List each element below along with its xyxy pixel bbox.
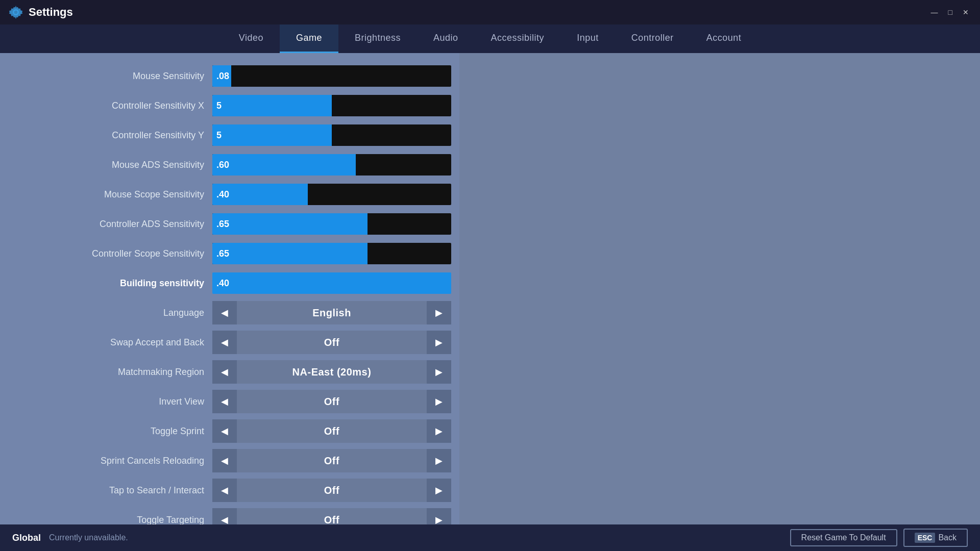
nav-video[interactable]: Video bbox=[223, 24, 280, 53]
tap-to-search-row: Tap to Search / Interact ◀ Off ▶ bbox=[0, 475, 459, 505]
invert-view-value: Off bbox=[237, 390, 427, 413]
controller-scope-sensitivity-fill: .65 bbox=[212, 243, 368, 264]
language-next-button[interactable]: ▶ bbox=[427, 301, 451, 324]
controller-sensitivity-x-label: Controller Sensitivity X bbox=[8, 101, 212, 111]
close-button[interactable]: ✕ bbox=[960, 7, 972, 17]
nav-audio[interactable]: Audio bbox=[417, 24, 475, 53]
matchmaking-region-label: Matchmaking Region bbox=[8, 367, 212, 378]
controller-sensitivity-x-slider[interactable]: 5 bbox=[212, 95, 451, 116]
toggle-sprint-next-button[interactable]: ▶ bbox=[427, 419, 451, 443]
nav-controller[interactable]: Controller bbox=[615, 24, 690, 53]
matchmaking-region-row: Matchmaking Region ◀ NA-East (20ms) ▶ bbox=[0, 357, 459, 387]
mouse-sensitivity-row: Mouse Sensitivity .08 bbox=[0, 61, 459, 91]
swap-accept-back-prev-button[interactable]: ◀ bbox=[212, 331, 237, 354]
status-global: Global bbox=[12, 533, 41, 543]
building-sensitivity-fill: .40 bbox=[212, 272, 451, 294]
sprint-cancels-reloading-label: Sprint Cancels Reloading bbox=[8, 456, 212, 466]
reset-default-button[interactable]: Reset Game To Default bbox=[790, 529, 897, 546]
swap-accept-back-label: Swap Accept and Back bbox=[8, 337, 212, 348]
mouse-scope-sensitivity-row: Mouse Scope Sensitivity .40 bbox=[0, 180, 459, 209]
matchmaking-region-value: NA-East (20ms) bbox=[237, 360, 427, 384]
swap-accept-back-next-button[interactable]: ▶ bbox=[427, 331, 451, 354]
tap-to-search-prev-button[interactable]: ◀ bbox=[212, 479, 237, 502]
building-sensitivity-value: .40 bbox=[216, 278, 229, 289]
nav-input[interactable]: Input bbox=[560, 24, 615, 53]
app-title: Settings bbox=[29, 6, 73, 19]
mouse-sensitivity-fill: .08 bbox=[212, 65, 231, 87]
controller-sensitivity-y-value: 5 bbox=[216, 130, 222, 141]
controller-ads-sensitivity-slider[interactable]: .65 bbox=[212, 213, 451, 235]
toggle-targeting-select: ◀ Off ▶ bbox=[212, 508, 451, 524]
toggle-targeting-row: Toggle Targeting ◀ Off ▶ bbox=[0, 505, 459, 524]
title-bar: Settings — □ ✕ bbox=[0, 0, 980, 24]
back-button[interactable]: ESC Back bbox=[903, 529, 968, 547]
status-actions: Reset Game To Default ESC Back bbox=[790, 529, 968, 547]
mouse-ads-sensitivity-row: Mouse ADS Sensitivity .60 bbox=[0, 150, 459, 180]
language-prev-button[interactable]: ◀ bbox=[212, 301, 237, 324]
tap-to-search-select: ◀ Off ▶ bbox=[212, 479, 451, 502]
controller-sensitivity-y-label: Controller Sensitivity Y bbox=[8, 130, 212, 141]
mouse-sensitivity-value: .08 bbox=[216, 71, 229, 82]
swap-accept-back-value: Off bbox=[237, 331, 427, 354]
maximize-button[interactable]: □ bbox=[945, 7, 955, 17]
nav-bar: Video Game Brightness Audio Accessibilit… bbox=[0, 24, 980, 53]
invert-view-row: Invert View ◀ Off ▶ bbox=[0, 387, 459, 416]
matchmaking-region-prev-button[interactable]: ◀ bbox=[212, 360, 237, 384]
mouse-ads-sensitivity-label: Mouse ADS Sensitivity bbox=[8, 160, 212, 170]
mouse-ads-sensitivity-fill: .60 bbox=[212, 154, 356, 176]
language-row: Language ◀ English ▶ bbox=[0, 298, 459, 328]
toggle-sprint-prev-button[interactable]: ◀ bbox=[212, 419, 237, 443]
controller-scope-sensitivity-row: Controller Scope Sensitivity .65 bbox=[0, 239, 459, 268]
toggle-sprint-value: Off bbox=[237, 419, 427, 443]
nav-account[interactable]: Account bbox=[690, 24, 758, 53]
nav-brightness[interactable]: Brightness bbox=[338, 24, 417, 53]
swap-accept-back-select: ◀ Off ▶ bbox=[212, 331, 451, 354]
controller-sensitivity-x-fill: 5 bbox=[212, 95, 332, 116]
swap-accept-back-row: Swap Accept and Back ◀ Off ▶ bbox=[0, 328, 459, 357]
window-controls: — □ ✕ bbox=[928, 7, 972, 17]
nav-accessibility[interactable]: Accessibility bbox=[475, 24, 561, 53]
building-sensitivity-slider[interactable]: .40 bbox=[212, 272, 451, 294]
controller-sensitivity-y-row: Controller Sensitivity Y 5 bbox=[0, 120, 459, 150]
controller-sensitivity-y-slider[interactable]: 5 bbox=[212, 124, 451, 146]
sprint-cancels-reloading-next-button[interactable]: ▶ bbox=[427, 449, 451, 472]
toggle-targeting-value: Off bbox=[237, 508, 427, 524]
main-content: Mouse Sensitivity .08 Controller Sensiti… bbox=[0, 53, 980, 524]
esc-badge: ESC bbox=[915, 533, 936, 543]
sprint-cancels-reloading-select: ◀ Off ▶ bbox=[212, 449, 451, 472]
toggle-sprint-row: Toggle Sprint ◀ Off ▶ bbox=[0, 416, 459, 446]
right-area bbox=[459, 53, 980, 524]
nav-game[interactable]: Game bbox=[280, 24, 338, 53]
mouse-sensitivity-label: Mouse Sensitivity bbox=[8, 71, 212, 82]
building-sensitivity-row: Building sensitivity .40 bbox=[0, 268, 459, 298]
mouse-scope-sensitivity-slider[interactable]: .40 bbox=[212, 184, 451, 205]
tap-to-search-label: Tap to Search / Interact bbox=[8, 485, 212, 496]
invert-view-prev-button[interactable]: ◀ bbox=[212, 390, 237, 413]
mouse-ads-sensitivity-slider[interactable]: .60 bbox=[212, 154, 451, 176]
sprint-cancels-reloading-prev-button[interactable]: ◀ bbox=[212, 449, 237, 472]
controller-scope-sensitivity-value: .65 bbox=[216, 248, 229, 259]
language-label: Language bbox=[8, 308, 212, 318]
status-bar: Global Currently unavailable. Reset Game… bbox=[0, 524, 980, 551]
invert-view-next-button[interactable]: ▶ bbox=[427, 390, 451, 413]
controller-sensitivity-y-fill: 5 bbox=[212, 124, 332, 146]
language-value: English bbox=[237, 301, 427, 324]
minimize-button[interactable]: — bbox=[928, 7, 941, 17]
toggle-targeting-label: Toggle Targeting bbox=[8, 515, 212, 525]
invert-view-select: ◀ Off ▶ bbox=[212, 390, 451, 413]
back-label: Back bbox=[938, 533, 957, 542]
controller-scope-sensitivity-slider[interactable]: .65 bbox=[212, 243, 451, 264]
controller-scope-sensitivity-label: Controller Scope Sensitivity bbox=[8, 248, 212, 259]
mouse-scope-sensitivity-fill: .40 bbox=[212, 184, 308, 205]
toggle-targeting-prev-button[interactable]: ◀ bbox=[212, 508, 237, 524]
sprint-cancels-reloading-row: Sprint Cancels Reloading ◀ Off ▶ bbox=[0, 446, 459, 475]
matchmaking-region-next-button[interactable]: ▶ bbox=[427, 360, 451, 384]
controller-ads-sensitivity-label: Controller ADS Sensitivity bbox=[8, 219, 212, 230]
tap-to-search-value: Off bbox=[237, 479, 427, 502]
mouse-sensitivity-slider[interactable]: .08 bbox=[212, 65, 451, 87]
gear-icon bbox=[8, 5, 23, 20]
controller-ads-sensitivity-fill: .65 bbox=[212, 213, 368, 235]
tap-to-search-next-button[interactable]: ▶ bbox=[427, 479, 451, 502]
toggle-targeting-next-button[interactable]: ▶ bbox=[427, 508, 451, 524]
mouse-scope-sensitivity-value: .40 bbox=[216, 189, 229, 200]
